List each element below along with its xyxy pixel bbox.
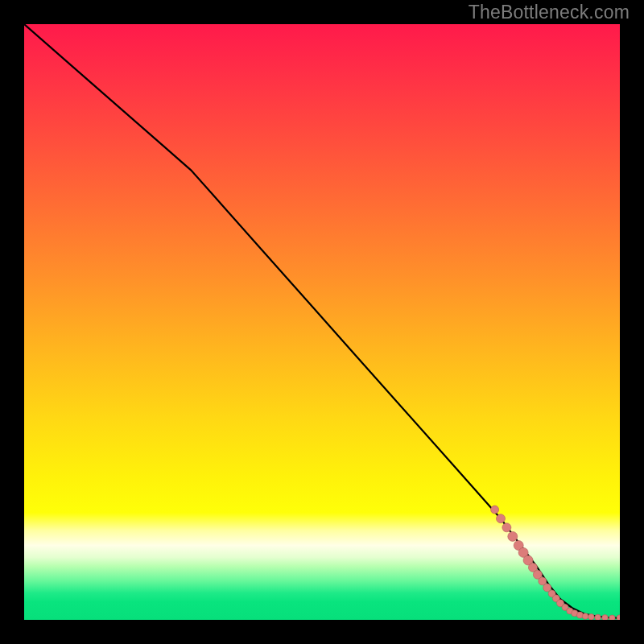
data-marker [491, 506, 499, 514]
data-marker [588, 614, 595, 621]
chart-overlay [24, 24, 620, 620]
data-marker [502, 523, 511, 532]
data-markers [491, 506, 620, 620]
data-marker [595, 614, 601, 620]
data-marker [609, 615, 616, 620]
plot-area [24, 24, 620, 620]
chart-stage: TheBottleneck.com [0, 0, 644, 644]
data-marker [508, 531, 518, 541]
data-marker [602, 615, 609, 620]
data-marker [497, 514, 506, 523]
watermark-text: TheBottleneck.com [469, 2, 630, 23]
data-marker [617, 615, 620, 620]
data-marker [582, 613, 588, 620]
curve-line [24, 24, 620, 618]
